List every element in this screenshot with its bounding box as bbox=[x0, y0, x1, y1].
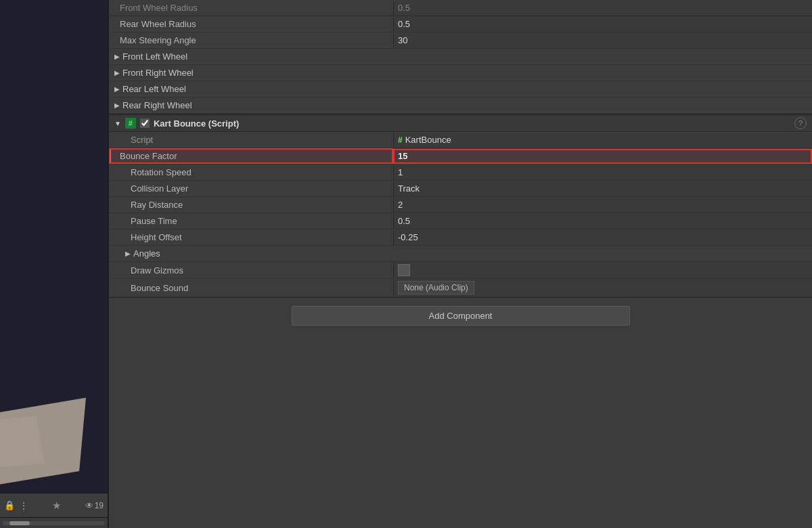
lock-icon[interactable]: 🔒 bbox=[4, 500, 15, 510]
kart-bounce-help-icon[interactable]: ? bbox=[794, 117, 807, 129]
property-row-draw-gizmos: Draw Gizmos bbox=[109, 262, 812, 279]
property-row-height-offset: Height Offset bbox=[109, 229, 812, 246]
foldout-angles-label: Angles bbox=[133, 248, 160, 259]
foldout-front-right-label: Front Right Wheel bbox=[122, 68, 194, 78]
rotation-speed-input[interactable] bbox=[398, 167, 808, 177]
scrollbar-track[interactable] bbox=[3, 521, 105, 525]
arrow-icon-front-left: ▶ bbox=[114, 53, 120, 60]
scrollbar-area[interactable] bbox=[0, 517, 108, 528]
property-row-rear-wheel-radius: Rear Wheel Radius bbox=[109, 16, 812, 32]
script-value[interactable]: # KartBounce bbox=[393, 133, 812, 148]
foldout-front-left-label: Front Left Wheel bbox=[122, 51, 187, 62]
property-row-bounce-factor: Bounce Factor bbox=[109, 148, 812, 164]
property-row-ray-distance: Ray Distance bbox=[109, 197, 812, 213]
left-panel: 🔒 ⋮ ★ 👁 19 bbox=[0, 0, 108, 528]
add-component-button[interactable]: Add Component bbox=[292, 306, 630, 326]
height-offset-label: Height Offset bbox=[109, 229, 393, 245]
scene-shape-fg bbox=[0, 398, 86, 487]
bottom-toolbar: 🔒 ⋮ ★ 👁 19 bbox=[0, 493, 108, 517]
arrow-icon-rear-right: ▶ bbox=[114, 102, 120, 109]
rotation-speed-value[interactable] bbox=[393, 165, 812, 180]
dots-icon[interactable]: ⋮ bbox=[19, 500, 28, 511]
rear-wheel-radius-input[interactable] bbox=[398, 19, 808, 29]
pause-time-label: Pause Time bbox=[109, 213, 393, 229]
bounce-sound-clip[interactable]: None (Audio Clip) bbox=[398, 281, 474, 294]
ray-distance-value[interactable] bbox=[393, 198, 812, 213]
bounce-factor-input[interactable] bbox=[398, 151, 808, 161]
front-wheel-radius-label: Front Wheel Radius bbox=[109, 0, 393, 16]
max-steering-angle-value[interactable] bbox=[393, 33, 812, 48]
arrow-icon-angles: ▶ bbox=[125, 250, 131, 257]
bounce-sound-value[interactable]: None (Audio Clip) bbox=[393, 279, 812, 296]
max-steering-angle-label: Max Steering Angle bbox=[109, 32, 393, 48]
rear-wheel-radius-value[interactable] bbox=[393, 17, 812, 32]
bounce-sound-label: Bounce Sound bbox=[109, 280, 393, 296]
eye-count: 19 bbox=[95, 501, 104, 510]
ray-distance-input[interactable] bbox=[398, 200, 808, 210]
scrollbar-thumb[interactable] bbox=[9, 521, 30, 525]
scene-preview bbox=[0, 0, 108, 493]
kart-bounce-hash-icon: # bbox=[125, 118, 136, 129]
foldout-front-right-wheel[interactable]: ▶ Front Right Wheel bbox=[109, 65, 812, 81]
kart-bounce-title: Kart Bounce (Script) bbox=[154, 118, 790, 129]
arrow-icon-rear-left: ▶ bbox=[114, 85, 120, 93]
collision-layer-label: Collision Layer bbox=[109, 181, 393, 196]
script-label: Script bbox=[109, 132, 393, 148]
max-steering-angle-input[interactable] bbox=[398, 35, 808, 45]
foldout-angles[interactable]: ▶ Angles bbox=[109, 246, 812, 262]
draw-gizmos-label: Draw Gizmos bbox=[109, 263, 393, 278]
bounce-factor-value[interactable] bbox=[393, 149, 812, 164]
property-row-max-steering-angle: Max Steering Angle bbox=[109, 32, 812, 49]
bounce-factor-label: Bounce Factor bbox=[109, 148, 393, 164]
foldout-front-left-wheel[interactable]: ▶ Front Left Wheel bbox=[109, 49, 812, 65]
eye-badge: 👁 19 bbox=[85, 501, 104, 510]
script-name: KartBounce bbox=[405, 135, 451, 145]
draw-gizmos-value[interactable] bbox=[393, 262, 812, 278]
kart-bounce-arrow: ▼ bbox=[114, 120, 121, 127]
property-row-front-wheel-radius: Front Wheel Radius 0.5 bbox=[109, 0, 812, 16]
star-icon[interactable]: ★ bbox=[52, 500, 61, 512]
kart-bounce-checkbox[interactable] bbox=[140, 118, 150, 128]
toolbar-left-icons: 🔒 ⋮ bbox=[4, 500, 28, 511]
property-row-script: Script # KartBounce bbox=[109, 132, 812, 148]
rear-wheel-radius-label: Rear Wheel Radius bbox=[109, 16, 393, 32]
height-offset-value[interactable] bbox=[393, 230, 812, 245]
height-offset-input[interactable] bbox=[398, 232, 808, 242]
add-component-area: Add Component bbox=[109, 297, 812, 334]
script-hash-icon: # bbox=[398, 135, 403, 145]
foldout-rear-left-label: Rear Left Wheel bbox=[122, 84, 186, 94]
property-row-rotation-speed: Rotation Speed bbox=[109, 164, 812, 181]
foldout-rear-left-wheel[interactable]: ▶ Rear Left Wheel bbox=[109, 81, 812, 97]
pause-time-input[interactable] bbox=[398, 216, 808, 226]
property-row-bounce-sound: Bounce Sound None (Audio Clip) bbox=[109, 279, 812, 297]
inspector-panel: Front Wheel Radius 0.5 Rear Wheel Radius… bbox=[108, 0, 812, 528]
foldout-rear-right-label: Rear Right Wheel bbox=[122, 100, 192, 110]
rotation-speed-label: Rotation Speed bbox=[109, 164, 393, 180]
ray-distance-label: Ray Distance bbox=[109, 197, 393, 213]
draw-gizmos-checkbox[interactable] bbox=[398, 264, 410, 276]
collision-layer-value[interactable]: Track bbox=[393, 181, 812, 196]
kart-bounce-section-header[interactable]: ▼ # Kart Bounce (Script) ? bbox=[109, 114, 812, 132]
property-row-collision-layer: Collision Layer Track bbox=[109, 181, 812, 197]
front-wheel-radius-value: 0.5 bbox=[393, 1, 812, 16]
pause-time-value[interactable] bbox=[393, 214, 812, 229]
eye-icon: 👁 bbox=[85, 501, 93, 510]
arrow-icon-front-right: ▶ bbox=[114, 69, 120, 76]
foldout-rear-right-wheel[interactable]: ▶ Rear Right Wheel bbox=[109, 97, 812, 114]
property-row-pause-time: Pause Time bbox=[109, 213, 812, 229]
collision-layer-text: Track bbox=[398, 183, 420, 194]
